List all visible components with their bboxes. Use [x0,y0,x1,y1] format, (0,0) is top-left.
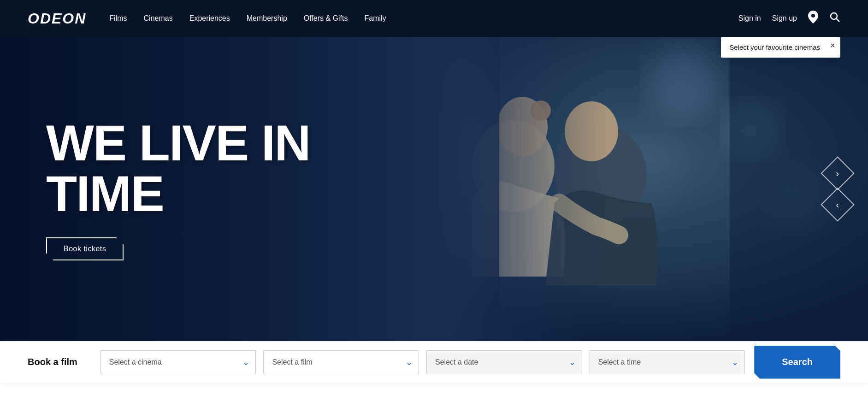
chevron-right-icon: › [836,168,839,178]
sign-in-link[interactable]: Sign in [738,14,761,23]
site-logo[interactable]: ODEON [28,10,86,27]
nav-item-offers-gifts[interactable]: Offers & Gifts [304,14,348,23]
nav-item-membership[interactable]: Membership [247,14,287,23]
tooltip-box: Select your favourite cinemas × [721,37,840,58]
nav-item-family[interactable]: Family [365,14,386,23]
main-header: ODEON Films Cinemas Experiences Membersh… [0,0,868,37]
search-icon[interactable] [829,12,840,25]
hero-section: WE LIVE IN TIME Book tickets › ‹ [0,37,868,341]
time-select-wrapper: Select a time ⌄ [590,350,745,374]
nav-item-cinemas[interactable]: Cinemas [144,14,173,23]
booking-bar: Book a film Select a cinema ⌄ Select a f… [0,341,868,383]
tooltip-close-button[interactable]: × [831,41,835,50]
svg-point-0 [831,13,837,19]
booking-selects: Select a cinema ⌄ Select a film ⌄ Select… [100,350,745,374]
search-button[interactable]: Search [754,346,840,379]
time-select[interactable]: Select a time [590,350,745,374]
favourite-cinemas-tooltip: Select your favourite cinemas × [721,37,840,58]
sign-up-link[interactable]: Sign up [772,14,797,23]
book-tickets-button[interactable]: Book tickets [46,237,124,260]
tooltip-text: Select your favourite cinemas [729,43,820,51]
date-select[interactable]: Select a date [426,350,582,374]
hero-navigation: › ‹ [826,161,850,217]
location-icon[interactable] [808,11,818,26]
nav-item-experiences[interactable]: Experiences [189,14,230,23]
hero-title: WE LIVE IN TIME [46,118,369,219]
cinema-select[interactable]: Select a cinema [100,350,256,374]
hero-content: WE LIVE IN TIME Book tickets [0,118,369,260]
film-select[interactable]: Select a film [263,350,419,374]
svg-line-1 [837,19,840,22]
main-nav: Films Cinemas Experiences Membership Off… [109,14,738,23]
hero-prev-button[interactable]: ‹ [821,188,855,222]
chevron-left-icon: ‹ [836,199,839,210]
cinema-select-wrapper: Select a cinema ⌄ [100,350,256,374]
film-select-wrapper: Select a film ⌄ [263,350,419,374]
nav-item-films[interactable]: Films [109,14,127,23]
booking-title: Book a film [28,357,77,367]
hero-next-button[interactable]: › [821,156,855,190]
header-right-actions: Sign in Sign up [738,11,840,26]
date-select-wrapper: Select a date ⌄ [426,350,582,374]
